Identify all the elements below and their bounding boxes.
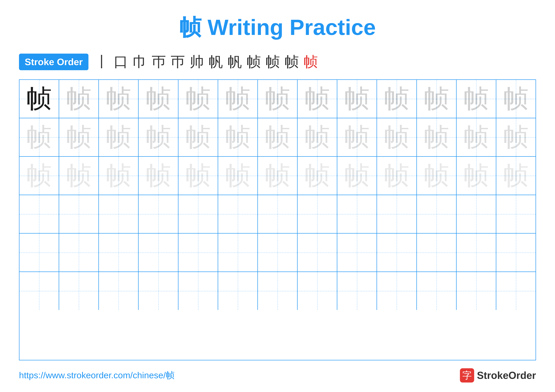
grid-cell-3-0[interactable] [20,195,59,233]
cell-char-0-8: 帧 [344,82,370,116]
grid-cell-3-7[interactable] [298,195,337,233]
cell-char-2-2: 帧 [106,159,131,193]
grid-cell-2-8[interactable]: 帧 [337,157,377,195]
stroke-char-1: 口 [114,52,128,71]
grid-cell-0-6[interactable]: 帧 [258,80,298,118]
grid-cell-0-7[interactable]: 帧 [298,80,337,118]
grid-cell-3-10[interactable] [417,195,457,233]
grid-cell-2-11[interactable]: 帧 [457,157,496,195]
cell-char-0-11: 帧 [464,82,489,116]
grid-cell-0-8[interactable]: 帧 [337,80,377,118]
grid-cell-5-4[interactable] [178,272,218,310]
grid-cell-1-2[interactable]: 帧 [99,118,139,156]
stroke-char-8: 帧 [247,52,261,71]
cell-char-0-10: 帧 [424,82,449,116]
grid-cell-5-2[interactable] [99,272,139,310]
grid-cell-3-6[interactable] [258,195,298,233]
grid-cell-3-11[interactable] [457,195,496,233]
grid-cell-0-3[interactable]: 帧 [139,80,178,118]
grid-cell-0-2[interactable]: 帧 [99,80,139,118]
grid-cell-1-0[interactable]: 帧 [20,118,59,156]
grid-cell-4-3[interactable] [139,234,178,271]
grid-cell-2-9[interactable]: 帧 [377,157,417,195]
cell-char-2-5: 帧 [225,159,250,193]
grid-cell-0-12[interactable]: 帧 [496,80,535,118]
grid-cell-0-11[interactable]: 帧 [457,80,496,118]
grid-cell-4-1[interactable] [59,234,99,271]
cell-char-0-1: 帧 [66,82,91,116]
grid-cell-1-7[interactable]: 帧 [298,118,337,156]
grid-cell-1-5[interactable]: 帧 [218,118,258,156]
grid-cell-4-4[interactable] [178,234,218,271]
grid-cell-5-9[interactable] [377,272,417,310]
grid-cell-2-4[interactable]: 帧 [178,157,218,195]
grid-cell-2-0[interactable]: 帧 [20,157,59,195]
grid-cell-4-11[interactable] [457,234,496,271]
grid-cell-3-9[interactable] [377,195,417,233]
grid-cell-4-6[interactable] [258,234,298,271]
grid-cell-2-1[interactable]: 帧 [59,157,99,195]
stroke-char-10: 帧 [285,52,299,71]
grid-cell-2-12[interactable]: 帧 [496,157,535,195]
grid-cell-4-10[interactable] [417,234,457,271]
grid-cell-2-2[interactable]: 帧 [99,157,139,195]
grid-cell-5-7[interactable] [298,272,337,310]
grid-cell-5-6[interactable] [258,272,298,310]
grid-cell-2-3[interactable]: 帧 [139,157,178,195]
grid-cell-0-10[interactable]: 帧 [417,80,457,118]
grid-cell-1-6[interactable]: 帧 [258,118,298,156]
grid-cell-5-8[interactable] [337,272,377,310]
grid-cell-5-11[interactable] [457,272,496,310]
grid-cell-5-1[interactable] [59,272,99,310]
grid-cell-3-5[interactable] [218,195,258,233]
grid-cell-3-8[interactable] [337,195,377,233]
grid-cell-4-8[interactable] [337,234,377,271]
grid-cell-4-0[interactable] [20,234,59,271]
grid-cell-3-2[interactable] [99,195,139,233]
cell-char-2-8: 帧 [344,159,370,193]
grid-cell-5-3[interactable] [139,272,178,310]
grid-cell-3-4[interactable] [178,195,218,233]
grid-cell-5-10[interactable] [417,272,457,310]
grid-cell-3-12[interactable] [496,195,535,233]
grid-cell-3-1[interactable] [59,195,99,233]
grid-cell-0-1[interactable]: 帧 [59,80,99,118]
grid-cell-1-12[interactable]: 帧 [496,118,535,156]
footer-logo: 字 StrokeOrder [460,368,536,383]
grid-cell-1-3[interactable]: 帧 [139,118,178,156]
grid-cell-0-9[interactable]: 帧 [377,80,417,118]
grid-cell-4-7[interactable] [298,234,337,271]
cell-char-1-4: 帧 [185,120,211,154]
grid-cell-5-5[interactable] [218,272,258,310]
grid-cell-2-5[interactable]: 帧 [218,157,258,195]
grid-cell-0-4[interactable]: 帧 [178,80,218,118]
footer-logo-icon: 字 [460,368,474,383]
cell-char-0-7: 帧 [305,82,330,116]
grid-cell-0-5[interactable]: 帧 [218,80,258,118]
grid-row-4 [20,234,535,272]
grid-cell-1-11[interactable]: 帧 [457,118,496,156]
grid-cell-1-8[interactable]: 帧 [337,118,377,156]
grid-cell-1-1[interactable]: 帧 [59,118,99,156]
grid-cell-1-4[interactable]: 帧 [178,118,218,156]
grid-cell-4-9[interactable] [377,234,417,271]
cell-char-2-4: 帧 [185,159,211,193]
grid-cell-2-6[interactable]: 帧 [258,157,298,195]
grid-cell-2-7[interactable]: 帧 [298,157,337,195]
grid-row-3 [20,195,535,234]
grid-cell-2-10[interactable]: 帧 [417,157,457,195]
stroke-char-9: 帧 [266,52,280,71]
cell-char-2-3: 帧 [146,159,171,193]
grid-cell-4-12[interactable] [496,234,535,271]
grid-cell-4-2[interactable] [99,234,139,271]
grid-cell-5-0[interactable] [20,272,59,310]
footer-url[interactable]: https://www.strokeorder.com/chinese/帧 [19,369,175,381]
grid-row-1: 帧帧帧帧帧帧帧帧帧帧帧帧帧 [20,118,535,157]
grid-cell-5-12[interactable] [496,272,535,310]
grid-cell-3-3[interactable] [139,195,178,233]
grid-cell-1-10[interactable]: 帧 [417,118,457,156]
cell-char-2-11: 帧 [464,159,489,193]
grid-cell-4-5[interactable] [218,234,258,271]
grid-cell-1-9[interactable]: 帧 [377,118,417,156]
grid-cell-0-0[interactable]: 帧 [20,80,59,118]
